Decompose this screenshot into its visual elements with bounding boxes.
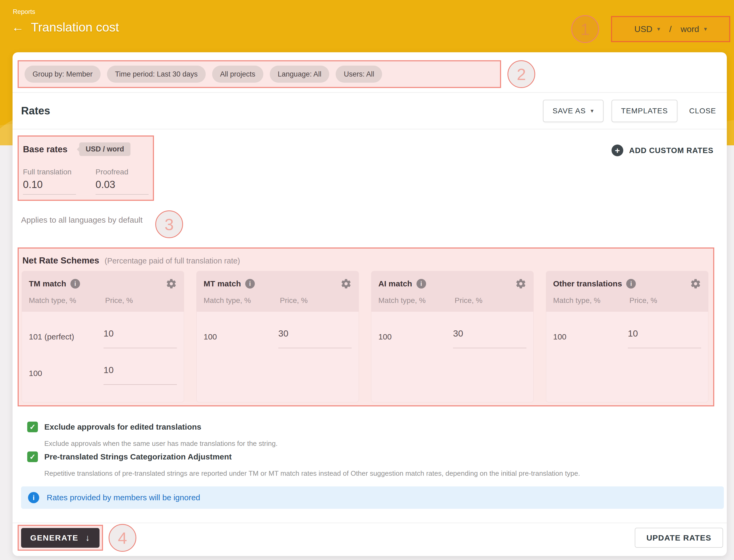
annotation-circle-3: 3 bbox=[155, 210, 183, 238]
chevron-down-icon: ▾ bbox=[657, 26, 660, 32]
price-input[interactable]: 30 bbox=[453, 328, 527, 348]
filter-chip-projects[interactable]: All projects bbox=[212, 66, 263, 83]
rates-section-title: Rates bbox=[21, 105, 50, 117]
mt-match-body: 100 30 bbox=[197, 312, 358, 402]
price-column-label: Price, % bbox=[629, 296, 657, 305]
info-icon[interactable]: i bbox=[245, 279, 255, 289]
info-icon[interactable]: i bbox=[417, 279, 426, 289]
other-translations-header: Other translations i Match type, % Price… bbox=[546, 271, 708, 312]
info-icon[interactable]: i bbox=[70, 279, 80, 289]
gear-icon[interactable] bbox=[340, 278, 351, 289]
full-translation-field: Full translation 0.10 bbox=[23, 168, 76, 195]
option-label: Exclude approvals for edited translation… bbox=[44, 422, 201, 431]
gear-icon[interactable] bbox=[166, 278, 177, 289]
tm-match-body: 101 (perfect) 10 100 10 bbox=[22, 312, 184, 402]
save-as-button[interactable]: SAVE AS ▾ bbox=[543, 100, 604, 122]
price-column-label: Price, % bbox=[455, 296, 483, 305]
filter-chip-language[interactable]: Language: All bbox=[270, 66, 329, 83]
table-row: 101 (perfect) 10 bbox=[29, 312, 177, 348]
proofread-input[interactable]: 0.03 bbox=[95, 179, 149, 195]
annotation-number-4: 4 bbox=[118, 529, 127, 547]
add-custom-rates-label: ADD CUSTOM RATES bbox=[629, 146, 713, 155]
other-translations-card: Other translations i Match type, % Price… bbox=[546, 271, 708, 402]
full-translation-input[interactable]: 0.10 bbox=[23, 179, 76, 195]
save-as-label: SAVE AS bbox=[553, 107, 586, 115]
option-label: Pre-translated Strings Categorization Ad… bbox=[44, 452, 231, 461]
annotation-circle-4: 4 bbox=[109, 524, 136, 552]
rates-toolbar: Rates SAVE AS ▾ TEMPLATES CLOSE bbox=[21, 93, 720, 129]
update-rates-button[interactable]: UPDATE RATES bbox=[635, 528, 723, 548]
table-row: 100 30 bbox=[203, 312, 351, 348]
rates-toolbar-buttons: SAVE AS ▾ TEMPLATES CLOSE bbox=[543, 100, 720, 122]
mt-match-header: MT match i Match type, % Price, % bbox=[197, 271, 358, 312]
base-rates-title-row: Base rates USD / word bbox=[23, 142, 149, 156]
base-rates-highlight-box: Base rates USD / word Full translation 0… bbox=[18, 135, 154, 201]
option-description: Repetitive translations of pre-translate… bbox=[44, 469, 580, 478]
tm-match-title: TM match bbox=[29, 279, 66, 288]
download-arrow-icon: ↓ bbox=[85, 533, 90, 543]
mt-match-title: MT match bbox=[203, 279, 241, 288]
price-input[interactable]: 10 bbox=[103, 328, 177, 348]
match-type-column-label: Match type, % bbox=[203, 296, 280, 305]
gear-icon[interactable] bbox=[690, 278, 701, 289]
price-input[interactable]: 30 bbox=[278, 328, 351, 348]
currency-separator: / bbox=[669, 24, 672, 34]
price-input[interactable]: 10 bbox=[103, 365, 177, 385]
templates-button[interactable]: TEMPLATES bbox=[612, 100, 677, 122]
annotation-number-3: 3 bbox=[165, 215, 174, 234]
option-pretranslated-adjustment: ✓ Pre-translated Strings Categorization … bbox=[27, 451, 231, 462]
filter-chip-group-by[interactable]: Group by: Member bbox=[25, 66, 101, 83]
chevron-down-icon: ▾ bbox=[704, 26, 707, 32]
add-custom-rates-button[interactable]: + ADD CUSTOM RATES bbox=[612, 145, 713, 156]
ai-match-card: AI match i Match type, % Price, % bbox=[372, 271, 533, 402]
annotation-circle-1: 1 bbox=[571, 15, 599, 43]
net-rate-schemes-title-row: Net Rate Schemes (Percentage paid of ful… bbox=[19, 249, 713, 266]
translation-cost-report-page: Reports ← Translation cost USD ▾ / word … bbox=[0, 0, 734, 560]
other-translations-body: 100 10 bbox=[546, 312, 708, 402]
annotation-circle-2: 2 bbox=[508, 60, 535, 88]
currency-unit-selector-box: USD ▾ / word ▾ bbox=[611, 16, 730, 42]
report-settings-card: Group by: Member Time period: Last 30 da… bbox=[13, 52, 727, 556]
net-rate-schemes-subtitle: (Percentage paid of full translation rat… bbox=[105, 257, 240, 265]
price-input[interactable]: 10 bbox=[628, 328, 701, 348]
net-rate-schemes-title: Net Rate Schemes bbox=[22, 255, 99, 266]
match-type-value: 100 bbox=[379, 332, 453, 348]
net-rate-schemes-highlight-box: Net Rate Schemes (Percentage paid of ful… bbox=[18, 247, 714, 406]
price-column-label: Price, % bbox=[105, 296, 133, 305]
proofread-field: Proofread 0.03 bbox=[95, 168, 149, 195]
chevron-down-icon: ▾ bbox=[591, 108, 594, 114]
gear-icon[interactable] bbox=[515, 278, 527, 289]
checkbox-checked[interactable]: ✓ bbox=[27, 422, 38, 432]
match-type-value: 100 bbox=[29, 369, 103, 385]
close-button[interactable]: CLOSE bbox=[685, 107, 720, 115]
mt-match-card: MT match i Match type, % Price, % bbox=[197, 271, 358, 402]
tm-match-card: TM match i Match type, % Price, % bbox=[22, 271, 184, 402]
match-type-column-label: Match type, % bbox=[29, 296, 105, 305]
match-type-column-label: Match type, % bbox=[379, 296, 455, 305]
filter-chip-time-period[interactable]: Time period: Last 30 days bbox=[107, 66, 206, 83]
filter-chip-users[interactable]: Users: All bbox=[335, 66, 382, 83]
divider bbox=[13, 523, 727, 523]
unit-select[interactable]: word ▾ bbox=[681, 24, 707, 34]
unit-value: word bbox=[681, 24, 699, 34]
back-arrow-icon[interactable]: ← bbox=[12, 21, 24, 33]
templates-label: TEMPLATES bbox=[621, 107, 668, 115]
checkbox-checked[interactable]: ✓ bbox=[27, 451, 38, 462]
filters-highlight-box: Group by: Member Time period: Last 30 da… bbox=[18, 60, 501, 88]
plus-icon: + bbox=[612, 145, 623, 156]
info-icon[interactable]: i bbox=[626, 279, 636, 289]
proofread-label: Proofread bbox=[95, 168, 149, 176]
breadcrumb-reports[interactable]: Reports bbox=[13, 8, 35, 15]
annotation-number-1: 1 bbox=[581, 20, 590, 39]
generate-button[interactable]: GENERATE ↓ bbox=[21, 528, 99, 548]
info-banner: i Rates provided by members will be igno… bbox=[21, 486, 724, 509]
generate-label: GENERATE bbox=[30, 533, 78, 542]
base-rates-title: Base rates bbox=[23, 144, 67, 154]
net-rate-scheme-cards: TM match i Match type, % Price, % bbox=[22, 271, 708, 402]
page-title-row: ← Translation cost bbox=[12, 20, 119, 34]
match-type-value: 100 bbox=[553, 332, 628, 348]
generate-highlight-box: GENERATE ↓ bbox=[18, 525, 103, 551]
divider bbox=[13, 129, 727, 129]
currency-select[interactable]: USD ▾ bbox=[635, 24, 660, 34]
ai-match-body: 100 30 bbox=[372, 312, 533, 402]
